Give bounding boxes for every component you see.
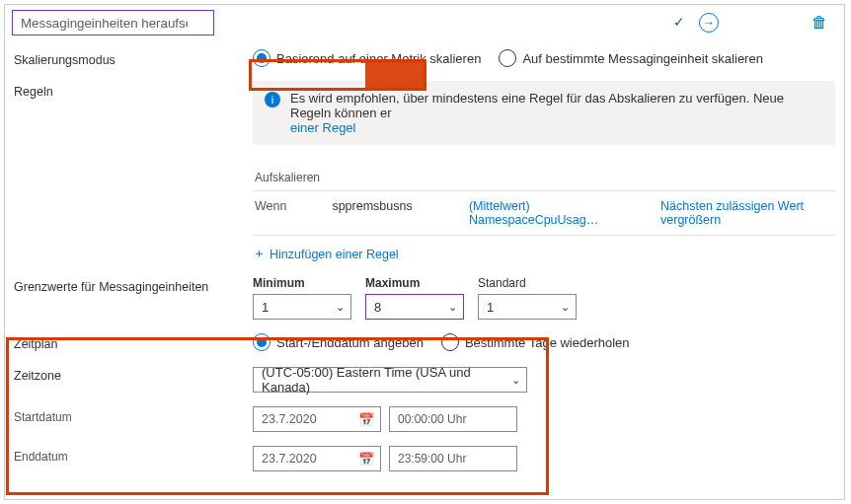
timezone-label: Zeitzone <box>14 365 253 393</box>
enddate-input[interactable]: 23.7.2020 📅 <box>253 446 381 471</box>
rule-when-label: Wenn <box>255 199 302 213</box>
endtime-input[interactable]: 23:59:00 Uhr <box>389 446 517 471</box>
chevron-down-icon: ⌄ <box>448 301 457 314</box>
def-value: 1 <box>487 300 494 315</box>
chevron-down-icon: ⌄ <box>336 301 345 314</box>
minimum-select[interactable]: 1 ⌄ <box>253 294 351 320</box>
default-select[interactable]: 1 ⌄ <box>478 294 577 320</box>
max-label: Maximum <box>365 276 464 290</box>
expand-arrow-icon[interactable]: → <box>699 13 719 33</box>
starttime-input[interactable]: 00:00:00 Uhr <box>389 406 517 432</box>
enddate-label: Enddatum <box>14 446 253 471</box>
rules-section-header: Aufskalieren <box>253 163 835 191</box>
chevron-down-icon: ⌄ <box>561 301 570 314</box>
rules-label: Regeln <box>14 81 253 262</box>
rules-info-banner: i Es wird empfohlen, über mindestens ein… <box>253 81 835 145</box>
scale-mode-metric-label: Basierend auf einer Metrik skalieren <box>276 51 481 66</box>
radio-selected-icon <box>253 49 271 67</box>
banner-link[interactable]: einer Regel <box>290 120 356 135</box>
banner-text: Es wird empfohlen, über mindestens eine … <box>290 91 784 120</box>
rule-action[interactable]: Nächsten zulässigen Wert vergrößern <box>660 199 833 227</box>
scale-mode-manual-radio[interactable]: Auf bestimmte Messagingeinheit skalieren <box>499 49 763 67</box>
timezone-select[interactable]: (UTC-05:00) Eastern Time (USA und Kanada… <box>253 367 527 393</box>
startdate-label: Startdatum <box>14 406 253 432</box>
info-icon: i <box>265 92 280 108</box>
startdate-input[interactable]: 23.7.2020 📅 <box>253 406 381 432</box>
min-value: 1 <box>262 300 269 315</box>
schedule-repeat-label: Bestimmte Tage wiederholen <box>465 335 630 350</box>
def-label: Standard <box>478 276 577 290</box>
scale-mode-manual-label: Auf bestimmte Messagingeinheit skalieren <box>522 51 763 66</box>
calendar-icon: 📅 <box>358 412 374 427</box>
starttime-value: 00:00:00 Uhr <box>398 412 466 426</box>
add-rule-link[interactable]: ＋ Hinzufügen einer Regel <box>253 246 399 262</box>
rule-row[interactable]: Wenn sppremsbusns (Mittelwert) Namespace… <box>253 191 835 236</box>
scale-mode-label: Skalierungsmodus <box>14 49 253 67</box>
radio-selected-icon <box>253 333 271 351</box>
radio-unselected-icon <box>441 333 459 351</box>
rule-resource: sppremsbusns <box>332 199 439 213</box>
timezone-value: (UTC-05:00) Eastern Time (USA und Kanada… <box>262 365 511 395</box>
schedule-startend-radio[interactable]: Start-/Enddatum angeben <box>253 333 424 351</box>
min-label: Minimum <box>253 276 351 290</box>
maximum-select[interactable]: 8 ⌄ <box>365 294 464 320</box>
enddate-value: 23.7.2020 <box>262 452 317 466</box>
condition-name-input[interactable] <box>12 10 214 36</box>
calendar-icon: 📅 <box>358 452 374 467</box>
scale-mode-radiogroup: Basierend auf einer Metrik skalieren Auf… <box>253 49 845 67</box>
endtime-value: 23:59:00 Uhr <box>398 452 466 466</box>
max-value: 8 <box>374 300 381 315</box>
schedule-repeat-radio[interactable]: Bestimmte Tage wiederholen <box>441 333 630 351</box>
limits-label: Grenzwerte für Messagingeinheiten <box>14 276 253 320</box>
rule-metric[interactable]: (Mittelwert) NamespaceCpuUsag… <box>469 199 631 227</box>
chevron-down-icon: ⌄ <box>511 374 520 387</box>
startdate-value: 23.7.2020 <box>262 412 317 426</box>
checkmark-icon: ✓ <box>673 14 685 30</box>
delete-icon[interactable]: 🗑 <box>812 14 827 32</box>
add-rule-label: Hinzufügen einer Regel <box>270 248 399 261</box>
scale-mode-metric-radio[interactable]: Basierend auf einer Metrik skalieren <box>253 49 481 67</box>
radio-unselected-icon <box>499 49 516 67</box>
plus-icon: ＋ <box>253 246 266 262</box>
schedule-label: Zeitplan <box>14 333 253 351</box>
schedule-startend-label: Start-/Enddatum angeben <box>276 335 424 350</box>
